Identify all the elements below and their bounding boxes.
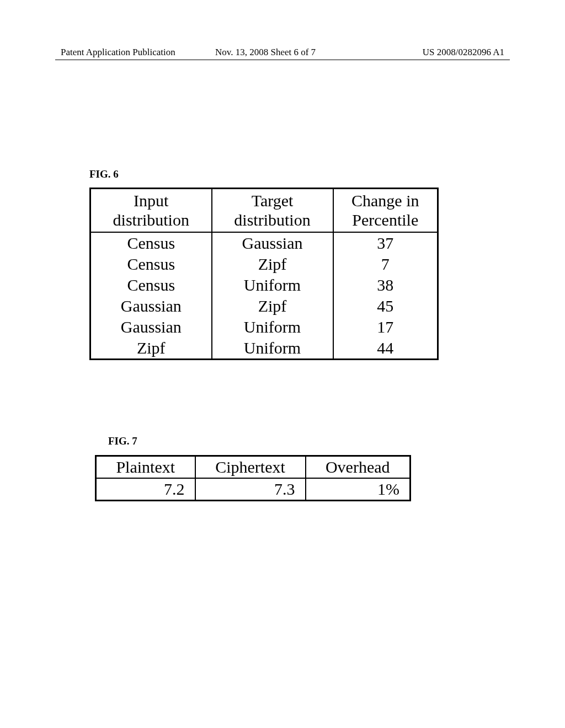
- cell-change: 7: [333, 254, 438, 275]
- cell-ciphertext: 7.3: [195, 478, 306, 501]
- cell-input: Census: [90, 254, 212, 275]
- cell-target: Uniform: [212, 275, 333, 296]
- figure-6-label: FIG. 6: [89, 168, 119, 180]
- table-row: 7.2 7.3 1%: [96, 478, 411, 501]
- table7-header-overhead: Overhead: [306, 456, 411, 479]
- table-row: Gaussian Zipf 45: [90, 296, 438, 317]
- table6-header-change: Change in Percentile: [333, 189, 438, 233]
- header-patent-number: US 2008/0282096 A1: [423, 47, 504, 58]
- figure-6-table: Input distribution Target distribution C…: [89, 188, 439, 360]
- table7-header-row: Plaintext Ciphertext Overhead: [96, 456, 411, 479]
- table-row: Census Gaussian 37: [90, 232, 438, 254]
- cell-overhead: 1%: [306, 478, 411, 501]
- header-date-sheet: Nov. 13, 2008 Sheet 6 of 7: [215, 47, 316, 58]
- table7-header-plaintext: Plaintext: [96, 456, 195, 479]
- header-text: distribution: [234, 211, 310, 229]
- table-row: Census Zipf 7: [90, 254, 438, 275]
- table-row: Census Uniform 38: [90, 275, 438, 296]
- table6-header-input: Input distribution: [90, 189, 212, 233]
- cell-change: 44: [333, 338, 438, 360]
- table-row: Gaussian Uniform 17: [90, 317, 438, 338]
- table6-header-row: Input distribution Target distribution C…: [90, 189, 438, 233]
- cell-target: Zipf: [212, 254, 333, 275]
- cell-change: 17: [333, 317, 438, 338]
- header-text: Input: [134, 191, 168, 210]
- header-divider: [55, 60, 510, 60]
- header-text: Change in: [351, 191, 419, 210]
- cell-input: Zipf: [90, 338, 212, 360]
- page-header: Patent Application Publication Nov. 13, …: [0, 47, 565, 63]
- cell-change: 38: [333, 275, 438, 296]
- table-row: Zipf Uniform 44: [90, 338, 438, 360]
- cell-input: Gaussian: [90, 317, 212, 338]
- header-publication: Patent Application Publication: [61, 47, 175, 58]
- table7-header-ciphertext: Ciphertext: [195, 456, 306, 479]
- figure-7-table: Plaintext Ciphertext Overhead 7.2 7.3 1%: [95, 455, 411, 501]
- cell-input: Census: [90, 275, 212, 296]
- header-text: Target: [252, 191, 294, 210]
- header-text: distribution: [113, 211, 189, 229]
- cell-target: Gaussian: [212, 232, 333, 254]
- cell-input: Census: [90, 232, 212, 254]
- cell-change: 45: [333, 296, 438, 317]
- cell-input: Gaussian: [90, 296, 212, 317]
- header-text: Percentile: [352, 211, 418, 229]
- cell-change: 37: [333, 232, 438, 254]
- cell-target: Zipf: [212, 296, 333, 317]
- table6-header-target: Target distribution: [212, 189, 333, 233]
- figure-7-label: FIG. 7: [108, 435, 137, 447]
- cell-plaintext: 7.2: [96, 478, 195, 501]
- cell-target: Uniform: [212, 317, 333, 338]
- cell-target: Uniform: [212, 338, 333, 360]
